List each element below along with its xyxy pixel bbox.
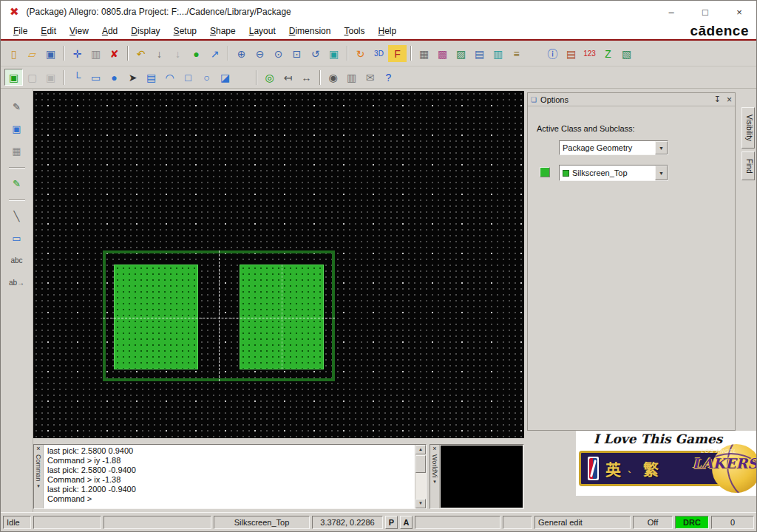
menu-tools[interactable]: Tools <box>337 26 371 36</box>
new-file-icon[interactable]: ▯ <box>4 45 23 62</box>
world-view-canvas[interactable] <box>441 446 523 508</box>
color-priority-icon[interactable]: ▨ <box>452 45 470 62</box>
tab-find[interactable]: Find <box>741 151 755 180</box>
info-icon[interactable]: ⓘ <box>543 45 562 62</box>
subclass-dropdown[interactable]: Silkscreen_Top ▼ <box>559 165 668 181</box>
shape-circle-icon[interactable]: ○ <box>197 69 216 86</box>
menu-dimension[interactable]: Dimension <box>282 26 338 36</box>
reports-icon[interactable]: ▤ <box>562 45 580 62</box>
dyn-numbers-icon[interactable]: 123 <box>580 45 599 62</box>
color-dialog-icon[interactable]: ▩ <box>433 45 452 62</box>
menu-setup[interactable]: Setup <box>167 26 203 36</box>
pin-icon[interactable]: ↧ <box>714 95 721 104</box>
redraw-icon[interactable]: ↻ <box>351 45 370 62</box>
move-icon[interactable]: ✛ <box>68 45 86 62</box>
shape-corner-icon[interactable]: ◪ <box>216 69 234 86</box>
view-3d-icon[interactable]: 3D <box>370 45 388 62</box>
status-drc-badge[interactable]: DRC <box>675 516 709 529</box>
menu-layout[interactable]: Layout <box>242 26 282 36</box>
subclass-dropdown-value: Silkscreen_Top <box>569 168 655 177</box>
menu-shape[interactable]: Shape <box>203 26 242 36</box>
copy-window-icon[interactable]: ▥ <box>342 69 361 86</box>
tab-visibility[interactable]: Visibility <box>741 107 755 149</box>
text-ab-arrow-icon[interactable]: ab→ <box>7 274 26 291</box>
flip-design-icon[interactable]: F <box>388 45 407 62</box>
shadow-mode-icon[interactable]: ▤ <box>470 45 489 62</box>
cross-section-icon[interactable]: ▥ <box>489 45 507 62</box>
save-icon[interactable]: ▣ <box>41 45 60 62</box>
fix-icon[interactable]: ↗ <box>206 45 224 62</box>
stack-pen-icon[interactable]: ✎ <box>7 98 26 115</box>
green-pen-icon[interactable]: ✎ <box>7 175 26 192</box>
add-line-icon[interactable]: └ <box>68 69 86 86</box>
dimension-h-icon[interactable]: ↤ <box>279 69 297 86</box>
shape-rect-icon[interactable]: □ <box>179 69 197 86</box>
console-close-icon[interactable]: × <box>36 445 40 453</box>
dimension-icon[interactable]: ↔ <box>297 69 316 86</box>
subclass-color-button[interactable] <box>540 167 550 177</box>
snap-icon[interactable]: ◎ <box>260 69 279 86</box>
add-arc-icon[interactable]: ◠ <box>160 69 179 86</box>
blue-rect-icon[interactable]: ▭ <box>7 230 26 247</box>
shape-group-icon[interactable]: ▦ <box>7 143 26 160</box>
command-console[interactable]: × Comman ▾ last pick: 2.5800 0.9400 Comm… <box>33 444 427 509</box>
layers-icon[interactable]: ≡ <box>507 45 526 62</box>
undo-icon[interactable]: ↶ <box>132 45 150 62</box>
zoom-points-icon[interactable]: ⊙ <box>269 45 288 62</box>
subclass-dropdown-arrow-icon[interactable]: ▼ <box>655 166 668 180</box>
console-scroll-down-icon[interactable]: ▼ <box>415 499 426 508</box>
close-button[interactable]: × <box>722 1 756 23</box>
zoom-world-icon[interactable]: ▣ <box>325 45 343 62</box>
status-idle: Idle <box>3 516 31 529</box>
add-circle-icon[interactable]: ● <box>105 69 123 86</box>
cadence-logo: cādence <box>690 23 749 39</box>
console-scroll-thumb[interactable] <box>415 455 426 473</box>
maximize-button[interactable]: □ <box>688 1 722 23</box>
menu-help[interactable]: Help <box>371 26 403 36</box>
open-folder-icon[interactable]: ▱ <box>23 45 41 62</box>
zoom-fit-icon[interactable]: ⊡ <box>288 45 306 62</box>
vertex-down-icon[interactable]: ↓ <box>150 45 169 62</box>
pick-grid-button[interactable]: P <box>385 516 398 529</box>
menu-add[interactable]: Add <box>95 26 124 36</box>
toolbar-separator <box>64 46 64 61</box>
status-icon[interactable]: Z <box>599 45 617 62</box>
class-dropdown-arrow-icon[interactable]: ▼ <box>655 141 668 154</box>
package-symbol-icon[interactable]: ▣ <box>7 120 26 137</box>
scripts-icon[interactable]: ▧ <box>617 45 636 62</box>
options-close-icon[interactable]: × <box>727 95 732 105</box>
highlight-icon[interactable]: ● <box>187 45 206 62</box>
select-arrow-icon[interactable]: ➤ <box>123 69 142 86</box>
shape-mode-icon[interactable]: ▢ <box>23 69 41 86</box>
menu-display[interactable]: Display <box>124 26 166 36</box>
menu-edit[interactable]: Edit <box>34 26 63 36</box>
mail-icon[interactable]: ✉ <box>361 69 379 86</box>
grid-toggle-icon[interactable]: ▦ <box>415 45 433 62</box>
menu-file[interactable]: File <box>7 26 34 36</box>
drop-icon[interactable]: ↓ <box>169 45 187 62</box>
camera-icon[interactable]: ◉ <box>324 69 342 86</box>
world-view[interactable]: × WorldVi ▾ <box>430 444 524 509</box>
zoom-in-icon[interactable]: ⊕ <box>232 45 251 62</box>
help-icon[interactable]: ? <box>379 69 398 86</box>
console-output[interactable]: last pick: 2.5800 0.9400 Command > iy -1… <box>44 445 414 508</box>
minimize-button[interactable]: – <box>654 1 688 23</box>
zoom-out-icon[interactable]: ⊖ <box>251 45 269 62</box>
delete-icon[interactable]: ✘ <box>105 45 123 62</box>
pad-1[interactable] <box>114 265 198 369</box>
text-abc-icon[interactable]: abc <box>7 252 26 269</box>
design-canvas[interactable] <box>33 91 524 438</box>
world-close-icon[interactable]: × <box>432 445 436 453</box>
console-scrollbar[interactable]: ▲ ▼ <box>415 445 426 508</box>
add-rect-icon[interactable]: ▭ <box>86 69 105 86</box>
add-text-icon[interactable]: ▤ <box>142 69 160 86</box>
flash-mode-icon[interactable]: ▣ <box>41 69 60 86</box>
padstack-mode-icon[interactable]: ▣ <box>4 69 23 86</box>
console-scroll-up-icon[interactable]: ▲ <box>415 445 426 454</box>
class-dropdown[interactable]: Package Geometry ▼ <box>559 140 668 155</box>
menu-view[interactable]: View <box>63 26 95 36</box>
copy-icon[interactable]: ▥ <box>86 45 105 62</box>
angle-button[interactable]: A <box>400 516 413 529</box>
diag-line-icon[interactable]: ╲ <box>7 208 26 225</box>
zoom-previous-icon[interactable]: ↺ <box>306 45 325 62</box>
